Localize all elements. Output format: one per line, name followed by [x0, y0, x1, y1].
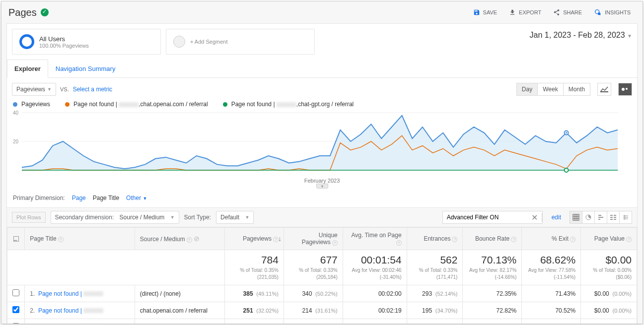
range-day[interactable]: Day — [516, 83, 538, 96]
metric-dropdown[interactable]: Pageviews▼ — [12, 83, 56, 96]
col-avg-time[interactable]: Avg. Time on Page? — [343, 228, 407, 250]
add-segment-icon — [173, 36, 185, 48]
range-buttons: Day Week Month — [517, 83, 590, 96]
table-row: 2. Page not found | chat.openai.com / re… — [7, 302, 637, 319]
vs-label: VS. — [60, 86, 69, 92]
svg-rect-24 — [610, 215, 613, 216]
svg-point-5 — [626, 88, 628, 90]
page-link[interactable]: Page not found | — [38, 324, 83, 325]
sort-type-dropdown[interactable]: Default ▼ — [216, 211, 254, 224]
dimension-row: Primary Dimension: Page Page Title Other… — [7, 189, 637, 207]
motion-chart-icon[interactable] — [618, 83, 632, 96]
view-buttons — [570, 211, 632, 224]
svg-marker-11 — [22, 116, 618, 170]
segment-row: All Users 100.00% Pageviews + Add Segmen… — [7, 24, 637, 60]
segment-name: All Users — [39, 35, 89, 43]
filter-box: ✕ — [442, 211, 543, 224]
svg-rect-25 — [614, 215, 616, 216]
legend-label: Pageviews — [21, 101, 50, 108]
chart-type-icon[interactable] — [597, 83, 611, 96]
content: All Users 100.00% Pageviews + Add Segmen… — [6, 23, 638, 324]
row-checkbox[interactable] — [12, 289, 19, 296]
dimension-label: Primary Dimension: — [13, 195, 65, 201]
svg-point-2 — [598, 12, 600, 15]
filter-edit-link[interactable]: edit — [552, 214, 561, 221]
svg-rect-23 — [598, 219, 600, 220]
legend: Pageviews Page not found | ,chat.openai.… — [7, 101, 637, 110]
page-link[interactable]: Page not found | — [38, 290, 83, 297]
view-pie-icon[interactable] — [582, 211, 595, 224]
col-page-title[interactable]: Page Title? — [25, 228, 135, 250]
col-pageviews[interactable]: Pageviews?↓ — [225, 228, 284, 250]
view-pivot-icon[interactable] — [619, 211, 632, 224]
svg-text:40: 40 — [13, 110, 19, 116]
col-source[interactable]: Source / Medium? ⊘ — [135, 228, 224, 250]
select-metric-link[interactable]: Select a metric — [73, 86, 112, 93]
range-week[interactable]: Week — [537, 83, 563, 96]
svg-point-4 — [622, 88, 625, 91]
legend-label: Page not found | ,chat.openai.com / refe… — [73, 101, 208, 108]
legend-dot-pageviews — [13, 102, 17, 107]
view-bar-icon[interactable] — [594, 211, 607, 224]
add-segment-button[interactable]: + Add Segment — [166, 29, 315, 55]
svg-rect-29 — [614, 219, 616, 220]
line-chart: 40 20 — [13, 110, 619, 177]
svg-rect-27 — [614, 217, 616, 218]
top-actions: SAVE EXPORT SHARE INSIGHTS — [468, 5, 636, 19]
verified-icon — [41, 8, 49, 16]
col-bounce[interactable]: Bounce Rate? — [463, 228, 522, 250]
svg-point-14 — [565, 168, 569, 172]
plot-rows-button[interactable]: Plot Rows — [12, 212, 46, 223]
clear-filter-icon[interactable]: ✕ — [527, 213, 542, 222]
legend-dot-openai — [65, 102, 70, 107]
svg-text:20: 20 — [13, 139, 19, 144]
save-button[interactable]: SAVE — [468, 5, 502, 19]
view-comparison-icon[interactable] — [607, 211, 620, 224]
legend-label: Page not found | ,chat-gpt.org / referra… — [231, 101, 354, 108]
table-controls: Plot Rows Secondary dimension: Source / … — [7, 207, 637, 227]
col-unique[interactable]: Unique Pageviews? — [284, 228, 343, 250]
col-exit[interactable]: % Exit? — [522, 228, 581, 250]
col-value[interactable]: Page Value? — [581, 228, 637, 250]
svg-rect-22 — [598, 217, 603, 218]
date-range-picker[interactable]: Jan 1, 2023 - Feb 28, 2023 ▼ — [530, 29, 633, 55]
row-checkbox[interactable] — [12, 306, 19, 313]
table-row: 1. Page not found | (direct) / (none) 38… — [7, 285, 637, 302]
segment-sub: 100.00% Pageviews — [39, 43, 89, 49]
export-button[interactable]: EXPORT — [504, 5, 546, 19]
col-entrances[interactable]: Entrances? — [407, 228, 463, 250]
data-table: – Page Title? Source / Medium? ⊘ Pagevie… — [7, 227, 637, 324]
dim-page-title[interactable]: Page Title — [93, 195, 119, 201]
chart-controls: Pageviews▼ VS. Select a metric Day Week … — [7, 78, 637, 101]
svg-rect-26 — [610, 217, 613, 218]
svg-rect-21 — [598, 215, 601, 216]
filter-input[interactable] — [443, 214, 527, 221]
tab-navigation-summary[interactable]: Navigation Summary — [48, 60, 123, 77]
app-frame: Pages SAVE EXPORT SHARE INSIGHTS All Use… — [1, 1, 643, 324]
sort-label: Sort Type: — [184, 214, 211, 221]
collapse-icon[interactable]: – — [13, 236, 19, 242]
expand-handle-icon[interactable]: ▾ — [316, 184, 328, 189]
share-button[interactable]: SHARE — [548, 5, 587, 19]
segment-all-users[interactable]: All Users 100.00% Pageviews — [12, 29, 161, 55]
page-title: Pages — [8, 7, 37, 18]
tabs: Explorer Navigation Summary — [7, 60, 637, 78]
table-row: 3. Page not found | google / organic 72 … — [7, 319, 637, 325]
summary-row: 784% of Total: 0.35%(221,035) 677% of To… — [7, 250, 637, 285]
tab-explorer[interactable]: Explorer — [7, 60, 48, 78]
segment-circle-icon — [19, 34, 34, 49]
svg-point-13 — [566, 132, 567, 133]
row-checkbox[interactable] — [12, 323, 19, 324]
view-table-icon[interactable] — [570, 211, 582, 224]
svg-rect-3 — [600, 91, 608, 92]
secondary-dimension-dropdown[interactable]: Secondary dimension: Source / Medium ▼ — [51, 211, 179, 224]
chart: 40 20 February 2023 ▾ — [7, 110, 637, 189]
insights-button[interactable]: INSIGHTS — [589, 5, 636, 19]
page-link[interactable]: Page not found | — [38, 307, 83, 314]
topbar: Pages SAVE EXPORT SHARE INSIGHTS — [1, 1, 643, 23]
range-month[interactable]: Month — [563, 83, 590, 96]
svg-rect-28 — [610, 219, 613, 220]
svg-rect-15 — [573, 214, 579, 220]
dim-page[interactable]: Page — [72, 195, 86, 201]
dim-other[interactable]: Other ▼ — [126, 195, 147, 201]
